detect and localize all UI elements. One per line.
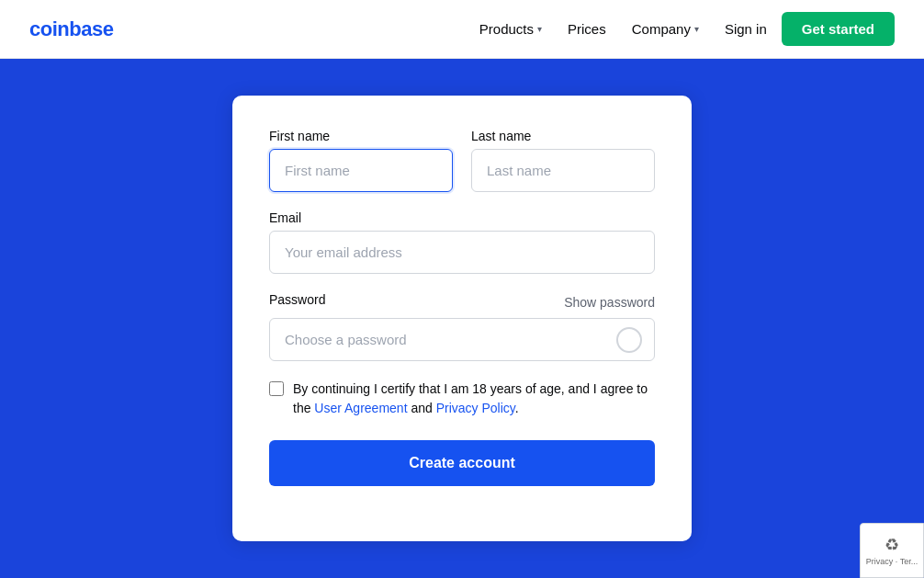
show-password-toggle[interactable]: Show password [564, 295, 655, 310]
first-name-input[interactable] [269, 149, 453, 192]
terms-text-after: . [515, 401, 519, 415]
terms-label: By continuing I certify that I am 18 yea… [293, 380, 655, 418]
name-row: First name Last name [269, 129, 655, 192]
terms-text-middle: and [408, 401, 436, 415]
recaptcha-text: Privacy · Ter... [866, 557, 918, 566]
last-name-label: Last name [471, 129, 655, 143]
recaptcha-logo-icon: ♻ [885, 535, 899, 555]
email-input[interactable] [269, 231, 655, 274]
password-input-wrapper [269, 318, 655, 361]
privacy-policy-link[interactable]: Privacy Policy [436, 401, 515, 415]
nav-prices[interactable]: Prices [568, 21, 606, 37]
password-label-row: Password Show password [269, 292, 655, 312]
user-agreement-link[interactable]: User Agreement [314, 401, 407, 415]
navbar: coinbase Products ▾ Prices Company ▾ Sig… [0, 0, 924, 59]
last-name-input[interactable] [471, 149, 655, 192]
password-section: Password Show password [269, 292, 655, 361]
logo[interactable]: coinbase [29, 17, 113, 41]
first-name-label: First name [269, 129, 453, 143]
last-name-group: Last name [471, 129, 655, 192]
terms-checkbox-section: By continuing I certify that I am 18 yea… [269, 380, 655, 418]
nav-products[interactable]: Products ▾ [479, 21, 542, 37]
chevron-down-icon: ▾ [537, 24, 542, 34]
password-label: Password [269, 292, 325, 307]
main-content: First name Last name Email Password Show… [0, 59, 924, 578]
nav-company[interactable]: Company ▾ [632, 21, 699, 37]
email-group: Email [269, 210, 655, 274]
navbar-links: Products ▾ Prices Company ▾ [479, 21, 699, 37]
nav-company-label: Company [632, 21, 691, 37]
first-name-group: First name [269, 129, 453, 192]
navbar-actions: Sign in Get started [725, 12, 895, 46]
password-input[interactable] [269, 318, 655, 361]
chevron-down-icon-company: ▾ [694, 24, 699, 34]
sign-in-button[interactable]: Sign in [725, 21, 767, 37]
recaptcha-widget: ♻ Privacy · Ter... [860, 523, 924, 578]
signup-card: First name Last name Email Password Show… [232, 96, 692, 541]
create-account-button[interactable]: Create account [269, 440, 655, 486]
password-visibility-icon[interactable] [616, 327, 642, 353]
get-started-button[interactable]: Get started [782, 12, 895, 46]
email-label: Email [269, 210, 655, 225]
terms-checkbox[interactable] [269, 381, 284, 396]
nav-prices-label: Prices [568, 21, 606, 37]
nav-products-label: Products [479, 21, 534, 37]
